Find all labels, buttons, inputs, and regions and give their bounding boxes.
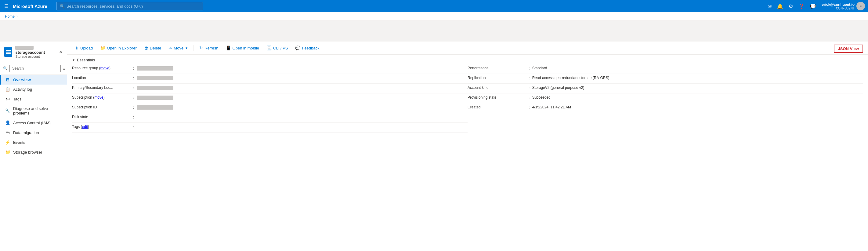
move-chevron-icon: ▼ [185,46,188,50]
top-nav: ☰ Microsoft Azure 🔍 ✉ 🔔 ⚙ ❓ 💬 erick@conf… [0,0,868,12]
tags-edit-link[interactable]: edit [82,125,88,129]
resource-group-move-link[interactable]: move [100,66,109,70]
sidebar-item-tags-label: Tags [13,97,21,101]
upload-label: Upload [80,46,93,51]
bell-icon[interactable]: 🔔 [775,2,785,10]
storage-browser-icon: 📁 [5,150,10,155]
open-explorer-button[interactable]: 📁 Open in Explorer [97,44,140,52]
essentials-row-tags: Tags (edit) : [72,123,468,132]
sidebar-item-migration-label: Data migration [13,130,39,135]
performance-label: Performance [468,66,529,70]
refresh-icon: ↻ [199,45,203,51]
sidebar-search-input[interactable] [9,65,61,72]
essentials-chevron-icon: ▼ [72,58,75,62]
sidebar-item-access-control[interactable]: 👤 Access Control (IAM) [0,118,67,128]
breadcrumb-sep: › [17,15,18,18]
essentials-row-resource-group: Resource group (move) : [72,64,468,74]
sidebar-item-activity-log[interactable]: 📋 Activity log [0,85,67,94]
resource-group-value [137,66,468,70]
sidebar-item-diagnose[interactable]: 🔧 Diagnose and solve problems [0,104,67,118]
json-view-button[interactable]: JSON View [834,44,863,53]
svg-rect-1 [6,52,11,53]
provisioning-state-label: Provisioning state [468,95,529,99]
cli-ps-label: CLI / PS [273,46,288,51]
resource-icon [4,47,12,57]
subscription-blurred [137,96,173,100]
sidebar-item-tags[interactable]: 🏷 Tags [0,94,67,104]
open-mobile-button[interactable]: 📱 Open in mobile [223,44,262,52]
primary-loc-value [137,86,468,90]
resource-type: Storage account [15,55,56,58]
brand-name: Microsoft Azure [13,4,47,9]
upload-button[interactable]: ⬆ Upload [72,44,96,52]
main-content: ⬆ Upload 📁 Open in Explorer 🗑 Delete ➔ M… [67,41,868,251]
move-button[interactable]: ➔ Move ▼ [165,44,191,52]
essentials-title: Essentials [77,58,95,62]
delete-button[interactable]: 🗑 Delete [141,44,164,52]
cli-ps-button[interactable]: 📃 CLI / PS [264,44,291,52]
essentials-row-subscription-id: Subscription ID : [72,103,468,113]
activity-log-icon: 📋 [5,87,10,92]
user-info: erick@confluent.io CONFLUENT [822,2,855,10]
main-layout: storageaccount Storage account ✕ 🔍 « ⊟ O… [0,41,868,251]
subscription-move-link[interactable]: move [94,95,103,99]
iam-icon: 👤 [5,120,10,125]
tags-label: Tags (edit) [72,125,133,129]
essentials-header: ▼ Essentials [67,55,868,64]
collapse-sidebar-button[interactable]: « [63,66,65,71]
migration-icon: 🗃 [5,130,10,135]
sidebar-item-events-label: Events [13,140,25,145]
email-icon[interactable]: ✉ [766,2,773,10]
feedback-nav-icon[interactable]: 💬 [808,2,818,10]
created-value: 4/15/2024, 11:42:21 AM [532,105,863,109]
user-avatar[interactable]: E [857,2,865,10]
performance-value: Standard [532,66,863,70]
sidebar-search-row: 🔍 « [0,62,67,75]
help-icon[interactable]: ❓ [797,2,806,10]
sidebar-item-data-migration[interactable]: 🗃 Data migration [0,128,67,137]
sidebar-item-events[interactable]: ⚡ Events [0,137,67,147]
primary-loc-blurred [137,86,173,90]
sidebar-item-overview[interactable]: ⊟ Overview [0,75,67,85]
location-value [137,76,468,80]
essentials-row-replication: Replication : Read-access geo-redundant … [468,74,863,84]
toolbar-separator [193,45,194,51]
feedback-button[interactable]: 💬 Feedback [292,44,322,52]
replication-label: Replication [468,76,529,80]
account-kind-value: StorageV2 (general purpose v2) [532,86,863,90]
essentials-row-primary-loc: Primary/Secondary Loc... : [72,84,468,93]
subscription-label: Subscription (move) [72,95,133,99]
account-kind-label: Account kind [468,86,529,90]
hamburger-icon[interactable]: ☰ [3,2,10,10]
diagnose-icon: 🔧 [5,108,10,113]
breadcrumb-home[interactable]: Home [5,14,14,19]
breadcrumb: Home › [0,12,868,21]
essentials-row-disk-state: Disk state : [72,113,468,123]
refresh-label: Refresh [205,46,219,51]
search-icon-sidebar: 🔍 [3,66,8,70]
overview-icon: ⊟ [5,77,10,82]
essentials-grid: Resource group (move) : Location : Prima… [67,64,868,132]
sidebar-item-iam-label: Access Control (IAM) [13,121,51,125]
resource-group-blurred [137,66,173,70]
location-label: Location [72,76,133,80]
global-search-bar[interactable]: 🔍 [57,2,203,10]
close-button[interactable]: ✕ [59,50,63,54]
sidebar-item-overview-label: Overview [13,77,31,82]
global-search-input[interactable] [66,4,199,8]
move-icon: ➔ [168,45,172,51]
refresh-button[interactable]: ↻ Refresh [196,44,222,52]
sidebar-item-storage-browser[interactable]: 📁 Storage browser [0,147,67,157]
move-label: Move [174,46,183,51]
essentials-row-performance: Performance : Standard [468,64,863,74]
open-explorer-label: Open in Explorer [107,46,137,51]
primary-loc-label: Primary/Secondary Loc... [72,86,133,90]
resource-name: storageaccount [15,45,56,55]
cli-icon: 📃 [267,45,272,51]
location-blurred [137,76,173,80]
gear-icon[interactable]: ⚙ [787,2,795,10]
essentials-row-location: Location : [72,74,468,84]
sidebar-item-storage-browser-label: Storage browser [13,150,42,155]
subscription-id-blurred [137,105,173,109]
subscription-value [137,95,468,100]
